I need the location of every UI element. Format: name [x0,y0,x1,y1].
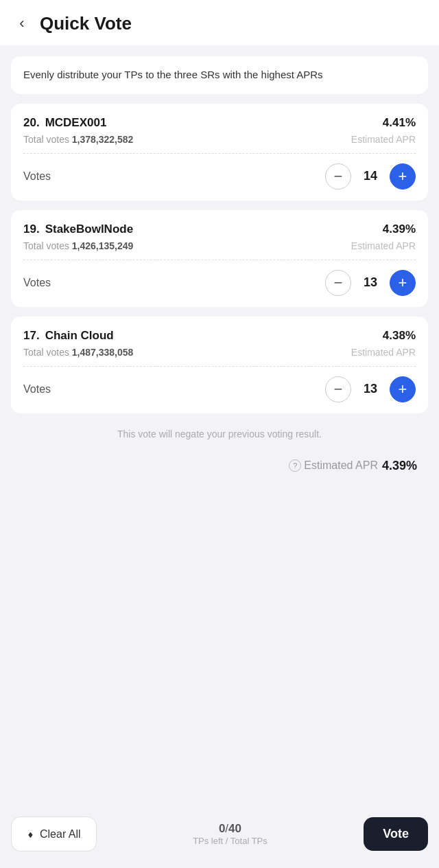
clear-all-label: Clear All [40,828,81,841]
candidate-estimated-apr-2: Estimated APR [351,240,416,251]
tps-sub-label: TPs left / Total TPs [105,836,356,846]
info-box: Evenly distribute your TPs to the three … [11,56,428,94]
estimated-apr-summary: ? Estimated APR 4.39% [11,459,428,473]
votes-value-2: 13 [361,275,380,290]
header: ‹ Quick Vote [0,0,439,45]
votes-value-1: 14 [361,169,380,183]
candidate-estimated-apr-1: Estimated APR [351,134,416,145]
page-title: Quick Vote [40,13,132,34]
warning-text: This vote will negate your previous voti… [11,426,428,442]
candidate-card-1: 20. MCDEX001 4.41% Total votes 1,378,322… [11,104,428,201]
bottom-bar: ⬧ Clear All 0/40 TPs left / Total TPs Vo… [0,808,439,868]
clear-all-button[interactable]: ⬧ Clear All [11,816,97,852]
candidate-total-votes-2: Total votes 1,426,135,249 [23,240,133,251]
decrement-btn-1[interactable]: − [325,163,351,190]
question-icon: ? [289,459,301,472]
candidate-total-votes-1: Total votes 1,378,322,582 [23,134,133,145]
candidate-apr-1: 4.41% [383,116,416,130]
increment-btn-1[interactable]: + [390,163,416,190]
candidate-total-votes-3: Total votes 1,487,338,058 [23,347,133,358]
candidate-apr-2: 4.39% [383,222,416,236]
candidate-card-3: 17. Chain Cloud 4.38% Total votes 1,487,… [11,317,428,413]
back-icon: ‹ [19,14,24,32]
candidate-rank-1: 20. [23,116,40,130]
candidate-name-2: StakeBowlNode [45,222,133,236]
decrement-btn-3[interactable]: − [325,376,351,402]
increment-btn-2[interactable]: + [390,270,416,296]
candidate-rank-3: 17. [23,329,40,343]
main-content: Evenly distribute your TPs to the three … [0,45,439,569]
candidate-name-1: MCDEX001 [45,116,107,130]
vote-label: Vote [383,827,409,841]
votes-label-3: Votes [23,383,51,396]
divider-3 [23,366,416,367]
votes-stepper-1: − 14 + [325,163,416,190]
estimated-apr-value: 4.39% [382,459,417,473]
increment-btn-3[interactable]: + [390,376,416,402]
tps-left: 0 [219,822,225,835]
votes-label-1: Votes [23,170,51,183]
candidate-card-2: 19. StakeBowlNode 4.39% Total votes 1,42… [11,210,428,307]
votes-stepper-3: − 13 + [325,376,416,402]
votes-value-3: 13 [361,382,380,396]
divider-2 [23,260,416,260]
back-button[interactable]: ‹ [11,12,33,34]
votes-label-2: Votes [23,277,51,289]
tps-total: 40 [228,822,241,835]
candidate-rank-2: 19. [23,222,40,236]
candidate-apr-3: 4.38% [383,329,416,343]
decrement-btn-2[interactable]: − [325,270,351,296]
candidate-name-3: Chain Cloud [45,329,114,343]
candidate-estimated-apr-3: Estimated APR [351,347,416,358]
vote-button[interactable]: Vote [364,817,428,851]
estimated-apr-label-text: Estimated APR [304,459,378,472]
tps-info: 0/40 TPs left / Total TPs [105,822,356,846]
divider-1 [23,153,416,154]
votes-stepper-2: − 13 + [325,270,416,296]
info-text: Evenly distribute your TPs to the three … [23,69,323,80]
eraser-icon: ⬧ [27,827,34,841]
